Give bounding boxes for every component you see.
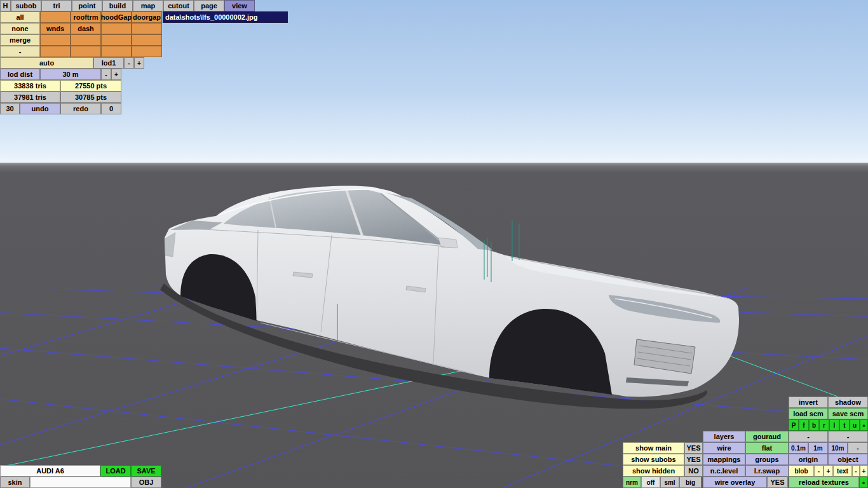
menu-tab-view-active[interactable]: view xyxy=(224,0,255,11)
subob-cell[interactable] xyxy=(40,34,71,46)
text-label[interactable]: text xyxy=(833,465,852,477)
stat-tris-current: 33838 tris xyxy=(0,80,60,92)
subob-cell[interactable] xyxy=(132,46,162,57)
groups-button[interactable]: groups xyxy=(745,454,789,465)
viewport-3d[interactable] xyxy=(0,0,868,488)
show-main-value[interactable]: YES xyxy=(684,442,703,454)
layers-button[interactable]: layers xyxy=(703,431,745,442)
view-perspective-button[interactable]: P xyxy=(789,419,799,431)
menu-tab-map[interactable]: map xyxy=(133,0,163,11)
grid-scale-01m-button[interactable]: 0.1m xyxy=(789,442,808,454)
subob-cell[interactable] xyxy=(40,46,71,57)
grid-scale-off-button[interactable]: - xyxy=(848,442,868,454)
view-right-button[interactable]: r xyxy=(819,419,829,431)
flat-button[interactable]: flat xyxy=(745,442,789,454)
save-scm-button[interactable]: save scm xyxy=(828,408,868,419)
skin-label[interactable]: skin xyxy=(0,477,30,488)
text-plus-button[interactable]: + xyxy=(860,465,868,477)
subob-cell-wnds[interactable]: wnds xyxy=(40,23,71,34)
subob-cell[interactable] xyxy=(132,34,162,46)
grid-scale-1m-button[interactable]: 1m xyxy=(808,442,828,454)
show-hidden-value[interactable]: NO xyxy=(684,465,703,477)
blob-minus-button[interactable]: - xyxy=(814,465,824,477)
nrm-off-button[interactable]: off xyxy=(641,477,660,488)
lod-current-button[interactable]: lod1 xyxy=(93,57,124,69)
subob-cell[interactable] xyxy=(71,34,101,46)
grid-scale-10m-button[interactable]: 10m xyxy=(828,442,848,454)
scene-render xyxy=(0,0,868,488)
view-back-button[interactable]: b xyxy=(809,419,819,431)
subob-cell-rooftrm[interactable]: rooftrm xyxy=(71,11,101,23)
save-button[interactable]: SAVE xyxy=(131,465,161,477)
stat-tris-total: 37981 tris xyxy=(0,92,60,103)
view-left-button[interactable]: l xyxy=(829,419,839,431)
menu-tab-tri[interactable]: tri xyxy=(41,0,72,11)
lod-dist-minus-button[interactable]: - xyxy=(101,69,111,80)
menu-tab-build[interactable]: build xyxy=(102,0,133,11)
invert-button[interactable]: invert xyxy=(789,396,828,408)
load-button[interactable]: LOAD xyxy=(100,465,131,477)
shadow-button[interactable]: shadow xyxy=(828,396,868,408)
reload-textures-button[interactable]: reload textures xyxy=(789,477,859,488)
load-scm-button[interactable]: load scm xyxy=(789,408,828,419)
subob-cell[interactable] xyxy=(132,23,162,34)
subob-mode-all[interactable]: all xyxy=(0,11,40,23)
dash-button[interactable]: - xyxy=(828,431,868,442)
menu-tab-cutout[interactable]: cutout xyxy=(163,0,194,11)
lod-auto-button[interactable]: auto xyxy=(0,57,93,69)
lod-dist-value[interactable]: 30 m xyxy=(40,69,101,80)
subob-cell[interactable] xyxy=(71,46,101,57)
view-indicator-dot-icon: • xyxy=(860,419,868,431)
subob-cell[interactable] xyxy=(40,11,71,23)
wire-button[interactable]: wire xyxy=(703,442,745,454)
dash-button[interactable]: - xyxy=(789,431,828,442)
nrm-button[interactable]: nrm xyxy=(623,477,641,488)
menu-tab-h[interactable]: H xyxy=(0,0,11,11)
menu-tab-page[interactable]: page xyxy=(194,0,224,11)
view-under-button[interactable]: u xyxy=(850,419,860,431)
subob-cell-doorgap[interactable]: doorgap xyxy=(132,11,162,23)
subob-cell-dash[interactable]: dash xyxy=(71,23,101,34)
lod-plus-button[interactable]: + xyxy=(134,57,144,69)
text-minus-button[interactable]: - xyxy=(852,465,860,477)
show-subobs-button[interactable]: show subobs xyxy=(623,454,684,465)
subob-mode-none[interactable]: none xyxy=(0,23,40,34)
redo-count: 0 xyxy=(101,103,121,114)
skin-name-field[interactable] xyxy=(30,477,131,488)
lod-dist-label: lod dist xyxy=(0,69,40,80)
view-top-button[interactable]: t xyxy=(839,419,850,431)
lfs-modeler-screen: H subob tri point build map cutout page … xyxy=(0,0,868,488)
car-name-field[interactable]: AUDI A6 xyxy=(0,465,100,477)
subob-mode-merge[interactable]: merge xyxy=(0,34,40,46)
gouraud-button[interactable]: gouraud xyxy=(745,431,789,442)
mappings-button[interactable]: mappings xyxy=(703,454,745,465)
origin-button[interactable]: origin xyxy=(789,454,828,465)
blob-label[interactable]: blob xyxy=(789,465,814,477)
menu-tab-point[interactable]: point xyxy=(72,0,102,11)
car-model xyxy=(160,186,739,409)
wire-overlay-value[interactable]: YES xyxy=(767,477,788,488)
lr-swap-button[interactable]: l.r.swap xyxy=(745,465,789,477)
nrm-big-button[interactable]: big xyxy=(679,477,702,488)
subob-cell[interactable] xyxy=(101,46,132,57)
subob-cell-hoodgap[interactable]: hoodGap xyxy=(101,11,132,23)
stat-pts-current: 27550 pts xyxy=(60,80,121,92)
nrm-sml-button[interactable]: sml xyxy=(660,477,679,488)
show-main-button[interactable]: show main xyxy=(623,442,684,454)
wire-overlay-button[interactable]: wire overlay xyxy=(703,477,767,488)
lod-dist-plus-button[interactable]: + xyxy=(111,69,121,80)
show-subobs-value[interactable]: YES xyxy=(684,454,703,465)
blob-plus-button[interactable]: + xyxy=(824,465,833,477)
nc-level-button[interactable]: n.c.level xyxy=(703,465,745,477)
show-hidden-button[interactable]: show hidden xyxy=(623,465,684,477)
menu-tab-subob[interactable]: subob xyxy=(11,0,41,11)
obj-button[interactable]: OBJ xyxy=(131,477,161,488)
subob-mode-dash[interactable]: - xyxy=(0,46,40,57)
object-button[interactable]: object xyxy=(828,454,868,465)
subob-cell[interactable] xyxy=(101,23,132,34)
redo-button[interactable]: redo xyxy=(60,103,101,114)
view-front-button[interactable]: f xyxy=(799,419,809,431)
lod-minus-button[interactable]: - xyxy=(124,57,134,69)
undo-button[interactable]: undo xyxy=(20,103,60,114)
subob-cell[interactable] xyxy=(101,34,132,46)
